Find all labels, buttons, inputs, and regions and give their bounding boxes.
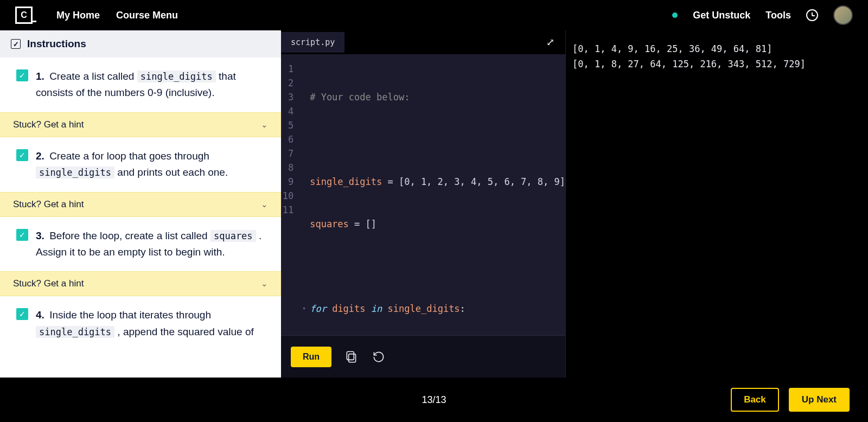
svg-rect-0 xyxy=(349,354,356,362)
hint-label: Stuck? Get a hint xyxy=(13,278,84,289)
status-dot-icon xyxy=(672,12,678,18)
progress-counter: 13/13 xyxy=(422,394,446,406)
step-item: ✓ 1. Create a list called single_digits … xyxy=(0,57,281,112)
nav-links: My Home Course Menu xyxy=(56,10,178,21)
check-complete-icon: ✓ xyxy=(16,308,28,320)
code-editor[interactable]: 1234567891011 # Your code below: single_… xyxy=(281,54,565,335)
step-pre: Before the loop, create a list called xyxy=(49,230,210,241)
inline-code: single_digits xyxy=(36,167,114,178)
hint-toggle[interactable]: Stuck? Get a hint ⌄ xyxy=(0,271,281,296)
steps-list[interactable]: ✓ 1. Create a list called single_digits … xyxy=(0,57,281,378)
check-complete-icon: ✓ xyxy=(16,229,28,241)
inline-code: single_digits xyxy=(36,326,114,338)
step-pre: Inside the loop that iterates through xyxy=(49,309,211,321)
avatar[interactable] xyxy=(833,5,853,25)
copy-icon[interactable] xyxy=(344,350,359,364)
editor-panel: script.py ⤢ 1234567891011 # Your code be… xyxy=(281,30,565,378)
editor-tabbar: script.py ⤢ xyxy=(281,30,565,54)
tools-link[interactable]: Tools xyxy=(765,10,791,21)
clock-icon[interactable] xyxy=(806,9,818,21)
bottom-navbar: 13/13 Back Up Next xyxy=(0,378,868,422)
step-number: 3. xyxy=(36,230,44,241)
chevron-down-icon: ⌄ xyxy=(261,200,268,209)
hint-label: Stuck? Get a hint xyxy=(13,119,84,130)
topbar-right: Get Unstuck Tools xyxy=(672,5,853,25)
check-complete-icon: ✓ xyxy=(16,149,28,161)
editor-action-bar: Run xyxy=(281,335,565,378)
step-text: 4. Inside the loop that iterates through… xyxy=(36,307,266,340)
line-gutter: 1234567891011 xyxy=(281,62,299,335)
step-item: ✓ 4. Inside the loop that iterates throu… xyxy=(0,296,281,351)
step-item: ✓ 2. Create a for loop that goes through… xyxy=(0,137,281,192)
hint-toggle[interactable]: Stuck? Get a hint ⌄ xyxy=(0,112,281,137)
hint-toggle[interactable]: Stuck? Get a hint ⌄ xyxy=(0,192,281,217)
terminal-line: [0, 1, 4, 9, 16, 25, 36, 49, 64, 81] xyxy=(572,41,861,56)
inline-code: single_digits xyxy=(137,71,216,82)
instructions-title: Instructions xyxy=(27,38,86,50)
reset-icon[interactable] xyxy=(372,350,386,364)
step-item: ✓ 3. Before the loop, create a list call… xyxy=(0,217,281,272)
inline-code: squares xyxy=(210,230,256,242)
top-navbar: C My Home Course Menu Get Unstuck Tools xyxy=(0,0,868,30)
chevron-down-icon: ⌄ xyxy=(261,120,268,130)
checkbox-icon: ✓ xyxy=(11,39,21,49)
step-number: 4. xyxy=(36,309,44,321)
check-complete-icon: ✓ xyxy=(16,69,28,81)
step-post: and prints out each one. xyxy=(117,167,228,178)
step-number: 2. xyxy=(36,150,44,162)
expand-icon[interactable]: ⤢ xyxy=(541,33,560,52)
back-button[interactable]: Back xyxy=(731,388,779,412)
svg-rect-1 xyxy=(347,351,354,360)
step-text: 1. Create a list called single_digits th… xyxy=(36,68,266,101)
main-area: ✓ Instructions ✓ 1. Create a list called… xyxy=(0,30,868,378)
step-text: 2. Create a for loop that goes through s… xyxy=(36,148,266,181)
nav-my-home[interactable]: My Home xyxy=(56,10,100,21)
code-content[interactable]: # Your code below: single_digits = [0, 1… xyxy=(299,62,565,335)
get-unstuck-link[interactable]: Get Unstuck xyxy=(693,10,750,21)
step-number: 1. xyxy=(36,71,44,82)
chevron-down-icon: ⌄ xyxy=(261,279,268,289)
hint-label: Stuck? Get a hint xyxy=(13,199,84,210)
run-button[interactable]: Run xyxy=(291,347,331,367)
step-pre: Create a for loop that goes through xyxy=(49,150,209,162)
instructions-header: ✓ Instructions xyxy=(0,30,281,57)
step-post: , append the squared value of xyxy=(117,326,253,337)
bottom-nav-buttons: Back Up Next xyxy=(731,388,850,412)
logo-letter: C xyxy=(21,10,27,20)
terminal-line: [0, 1, 8, 27, 64, 125, 216, 343, 512, 72… xyxy=(572,56,861,72)
up-next-button[interactable]: Up Next xyxy=(789,388,850,412)
step-text: 3. Before the loop, create a list called… xyxy=(36,228,266,261)
terminal-output[interactable]: [0, 1, 4, 9, 16, 25, 36, 49, 64, 81][0, … xyxy=(565,30,868,378)
step-pre: Create a list called xyxy=(49,71,137,82)
file-tab[interactable]: script.py xyxy=(281,32,344,53)
instructions-panel: ✓ Instructions ✓ 1. Create a list called… xyxy=(0,30,281,378)
nav-course-menu[interactable]: Course Menu xyxy=(116,10,178,21)
site-logo[interactable]: C xyxy=(15,7,33,24)
